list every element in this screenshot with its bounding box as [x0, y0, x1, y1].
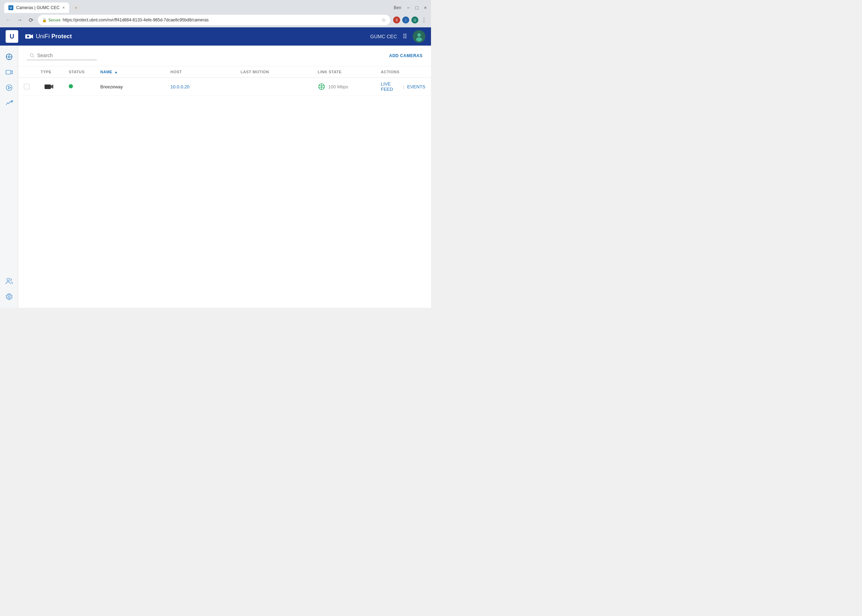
add-cameras-button[interactable]: ADD CAMERAS	[389, 53, 423, 58]
forward-button[interactable]: →	[16, 17, 24, 23]
unifi-brand: UniFi Protect	[24, 31, 72, 41]
sidebar-item-cameras[interactable]	[2, 65, 16, 79]
svg-point-2	[27, 35, 29, 38]
video-icon	[5, 68, 13, 76]
col-type: TYPE	[35, 66, 63, 78]
user-avatar[interactable]	[413, 30, 425, 43]
table-row: Breezeway 10.0.0.20	[18, 78, 431, 96]
svg-point-15	[11, 101, 13, 102]
row-actions-cell: LIVE FEED | EVENTS	[375, 78, 431, 96]
link-state-wrap: 100 Mbps	[318, 83, 370, 90]
secure-badge: 🔒 Secure	[42, 18, 61, 22]
actions-wrap: LIVE FEED | EVENTS	[381, 81, 425, 92]
svg-point-16	[7, 278, 9, 281]
search-icon	[30, 53, 35, 58]
row-host-cell[interactable]: 10.0.0.20	[165, 78, 235, 96]
col-lastmotion: LAST MOTION	[235, 66, 312, 78]
search-box[interactable]	[27, 51, 97, 60]
tab-close-button[interactable]: ×	[63, 5, 65, 10]
browser-tab[interactable]: U Cameras | GUMC CEC ×	[4, 2, 69, 13]
svg-point-5	[416, 38, 422, 42]
camera-icon	[44, 83, 54, 90]
col-host: HOST	[165, 66, 235, 78]
svg-line-19	[33, 56, 34, 58]
col-actions: ACTIONS	[375, 66, 431, 78]
ubnt-logo[interactable]: U	[6, 30, 18, 43]
reload-button[interactable]: ⟳	[27, 17, 35, 24]
host-link[interactable]: 10.0.0.20	[170, 84, 189, 90]
site-name: GUMC CEC	[370, 34, 397, 39]
bookmark-icon[interactable]: ☆	[382, 17, 386, 23]
col-status: STATUS	[63, 66, 95, 78]
search-input[interactable]	[37, 53, 93, 58]
minimize-button[interactable]: −	[407, 5, 410, 11]
live-feed-link[interactable]: LIVE FEED	[381, 81, 401, 92]
svg-point-4	[417, 33, 421, 37]
col-linkstate: LINK STATE	[312, 66, 375, 78]
table-header-row: TYPE STATUS NAME ▲ HOST LAST MOTION LINK…	[18, 66, 431, 78]
maximize-button[interactable]: □	[415, 5, 418, 11]
svg-point-7	[8, 56, 10, 58]
sidebar	[0, 46, 18, 308]
row-type-cell	[35, 78, 63, 96]
link-state-icon	[318, 83, 326, 90]
events-link[interactable]: EVENTS	[407, 84, 425, 90]
avatar-image	[414, 31, 424, 42]
col-name[interactable]: NAME ▲	[95, 66, 165, 78]
unifi-protect-icon	[24, 31, 34, 41]
sidebar-item-users[interactable]	[2, 274, 16, 288]
playback-icon	[5, 84, 13, 91]
browser-user: Ben	[394, 5, 401, 10]
svg-rect-20	[44, 85, 51, 89]
address-actions: ☆	[382, 17, 386, 23]
tab-title: Cameras | GUMC CEC	[16, 5, 60, 10]
link-speed: 100 Mbps	[328, 84, 348, 90]
row-linkstate-cell: 100 Mbps	[312, 78, 375, 96]
back-button[interactable]: ←	[4, 17, 13, 23]
analytics-icon	[5, 99, 13, 107]
liveview-icon	[5, 53, 13, 61]
svg-marker-14	[8, 86, 11, 89]
new-tab-button[interactable]: +	[72, 3, 80, 12]
camera-name: Breezeway	[100, 84, 123, 90]
action-separator: |	[403, 84, 404, 90]
content-header: ADD CAMERAS	[18, 46, 431, 66]
ext-icon-2[interactable]: i	[402, 16, 409, 24]
browser-menu-button[interactable]: ⋮	[421, 17, 427, 24]
camera-type-icon	[41, 83, 58, 90]
brand-name: UniFi Protect	[36, 33, 72, 40]
ext-icon-3[interactable]: U	[411, 16, 418, 24]
close-button[interactable]: ×	[424, 5, 427, 11]
tab-favicon: U	[8, 5, 13, 10]
svg-marker-21	[51, 85, 53, 89]
cameras-table: TYPE STATUS NAME ▲ HOST LAST MOTION LINK…	[18, 66, 431, 96]
main-content: ADD CAMERAS TYPE STATUS NAME ▲ HOST LAST…	[18, 46, 431, 308]
sidebar-item-liveview[interactable]	[2, 50, 16, 64]
settings-icon	[5, 293, 13, 300]
top-navigation: U UniFi Protect GUMC CEC ⠿	[0, 27, 431, 46]
row-lastmotion-cell	[235, 78, 312, 96]
row-checkbox-cell[interactable]	[18, 78, 35, 96]
sort-arrow: ▲	[114, 70, 118, 74]
users-icon	[5, 277, 13, 285]
grid-icon[interactable]: ⠿	[403, 33, 407, 40]
status-online-dot	[69, 84, 73, 88]
svg-point-17	[8, 295, 10, 298]
sidebar-item-settings[interactable]	[2, 289, 16, 303]
row-checkbox[interactable]	[24, 84, 30, 90]
sidebar-item-playback[interactable]	[2, 81, 16, 95]
row-status-cell	[63, 78, 95, 96]
address-bar[interactable]: 🔒 Secure https://protect.ubnt.com/nvr/ff…	[38, 15, 390, 25]
svg-marker-1	[31, 35, 33, 39]
ext-icon-1[interactable]: S	[393, 16, 400, 24]
sidebar-item-analytics[interactable]	[2, 96, 16, 110]
svg-rect-12	[6, 71, 11, 74]
row-name-cell: Breezeway	[95, 78, 165, 96]
url-display: https://protect.ubnt.com/nvr/ff41d884-81…	[63, 17, 379, 22]
col-checkbox	[18, 66, 35, 78]
